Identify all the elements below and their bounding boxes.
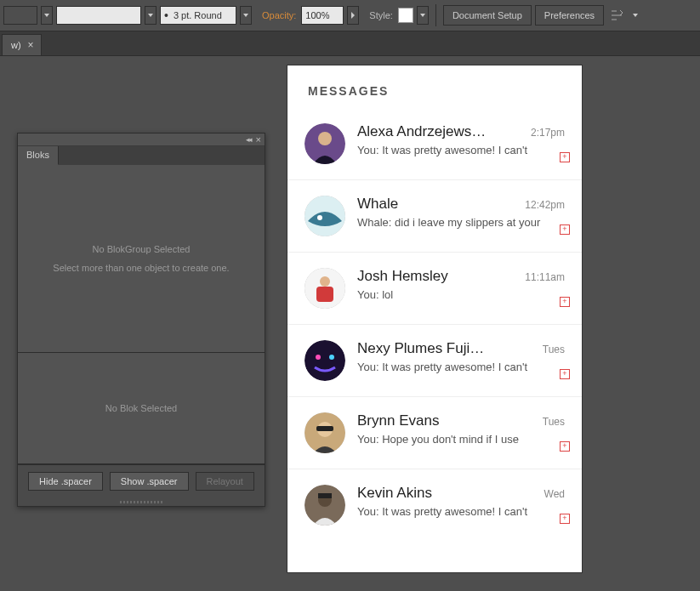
blok-section: No Blok Selected [18, 353, 265, 464]
bloks-panel: ◂◂ × Bloks No BlokGroup Selected Select … [17, 133, 265, 507]
messages-card: MESSAGES Alexa Andrzejews… 2:17pm You: I… [287, 65, 583, 573]
svg-rect-12 [316, 426, 333, 431]
message-time: 2:17pm [531, 127, 565, 139]
message-name: Alexa Andrzejews… [357, 123, 486, 140]
message-time: 11:11am [525, 271, 565, 283]
svg-point-9 [329, 355, 334, 360]
document-tab-strip: w) × [0, 31, 700, 56]
toolbar-divider [435, 4, 436, 26]
svg-point-5 [320, 276, 330, 287]
message-name: Nexy Plumes Fuji… [357, 340, 484, 357]
svg-rect-15 [318, 493, 332, 498]
panel-footer: Hide .spacer Show .spacer Relayout [18, 464, 265, 497]
opacity-label: Opacity: [262, 10, 296, 20]
chevron-down-icon [44, 14, 49, 17]
message-row[interactable]: Nexy Plumes Fuji… Tues You: It was prett… [287, 325, 582, 397]
chevron-down-icon [420, 14, 425, 17]
message-row[interactable]: Brynn Evans Tues You: Hope you don't min… [287, 397, 582, 469]
message-time: Tues [543, 344, 565, 355]
stroke-color-dropdown[interactable] [41, 6, 53, 25]
opacity-dropdown[interactable] [347, 6, 359, 25]
message-name: Whale [357, 196, 398, 213]
messages-title: MESSAGES [287, 84, 582, 108]
plus-icon[interactable]: + [560, 514, 570, 524]
plus-icon[interactable]: + [560, 152, 570, 162]
chevron-down-icon [633, 14, 638, 17]
plus-icon[interactable]: + [560, 224, 570, 235]
message-preview: Whale: did i leave my slippers at your [357, 216, 553, 229]
style-label: Style: [369, 10, 393, 20]
collapse-icon[interactable]: ◂◂ [246, 135, 251, 144]
message-name: Josh Hemsley [357, 268, 448, 285]
stroke-weight-field[interactable] [56, 6, 141, 25]
avatar [304, 485, 345, 526]
document-setup-button[interactable]: Document Setup [443, 5, 532, 26]
message-name: Brynn Evans [357, 412, 439, 429]
document-tab-label: w) [11, 40, 21, 50]
stroke-weight-dropdown[interactable] [145, 6, 157, 25]
plus-icon[interactable]: + [560, 369, 570, 379]
document-tab[interactable]: w) × [2, 34, 42, 55]
message-row[interactable]: Alexa Andrzejews… 2:17pm You: It was pre… [287, 108, 582, 180]
panel-tabs: Bloks [18, 146, 265, 165]
style-dropdown[interactable] [417, 6, 429, 25]
chevron-right-icon [350, 12, 356, 19]
stroke-color-field[interactable] [3, 6, 37, 25]
svg-point-8 [316, 355, 321, 360]
avatar [304, 123, 345, 164]
avatar [304, 340, 345, 381]
message-time: Tues [543, 416, 565, 428]
message-time: Wed [544, 488, 565, 500]
stroke-profile-label: 3 pt. Round [174, 10, 222, 20]
blokgroup-section: No BlokGroup Selected Select more than o… [18, 165, 265, 353]
message-name: Kevin Akins [357, 485, 432, 502]
canvas-area: ◂◂ × Bloks No BlokGroup Selected Select … [0, 56, 700, 591]
avatar [304, 268, 345, 309]
avatar [304, 412, 345, 453]
opacity-field[interactable]: 100% [301, 6, 344, 25]
plus-icon[interactable]: + [560, 441, 570, 452]
blokgroup-empty-title: No BlokGroup Selected [93, 244, 191, 254]
panel-header[interactable]: ◂◂ × [18, 134, 265, 146]
svg-point-7 [304, 340, 345, 381]
chevron-down-icon [243, 14, 248, 17]
avatar [304, 196, 345, 236]
style-swatch[interactable] [398, 8, 413, 23]
app-toolbar: • 3 pt. Round Opacity: 100% Style: Docum… [0, 0, 700, 31]
preferences-button[interactable]: Preferences [535, 5, 604, 26]
message-row[interactable]: Josh Hemsley 11:11am You: lol + [287, 253, 582, 325]
message-row[interactable]: Whale 12:42pm Whale: did i leave my slip… [287, 180, 582, 253]
stroke-profile-field[interactable]: • 3 pt. Round [160, 6, 236, 25]
panel-resize-grip[interactable] [18, 497, 265, 506]
svg-rect-6 [316, 287, 333, 302]
blok-empty-title: No Blok Selected [105, 403, 177, 413]
message-preview: You: It was pretty awesome! I can't [357, 144, 553, 156]
message-preview: You: Hope you don't mind if I use [357, 433, 553, 446]
message-preview: You: It was pretty awesome! I can't [357, 505, 553, 518]
message-time: 12:42pm [525, 199, 565, 211]
svg-point-3 [317, 215, 322, 220]
message-preview: You: lol [357, 288, 553, 301]
align-dropdown[interactable] [629, 6, 641, 25]
relayout-button: Relayout [196, 472, 254, 491]
show-spacer-button[interactable]: Show .spacer [110, 472, 189, 491]
svg-point-1 [318, 132, 332, 145]
stroke-profile-dropdown[interactable] [240, 6, 252, 25]
align-icon[interactable] [607, 6, 626, 25]
plus-icon[interactable]: + [560, 297, 570, 307]
message-row[interactable]: Kevin Akins Wed You: It was pretty aweso… [287, 469, 582, 541]
chevron-down-icon [148, 14, 153, 17]
close-icon[interactable]: × [28, 39, 34, 51]
hide-spacer-button[interactable]: Hide .spacer [28, 472, 103, 491]
panel-body: No BlokGroup Selected Select more than o… [18, 165, 265, 464]
message-preview: You: It was pretty awesome! I can't [357, 361, 553, 373]
panel-tab-bloks[interactable]: Bloks [18, 146, 59, 165]
blokgroup-empty-hint: Select more than one object to create on… [53, 263, 229, 273]
close-icon[interactable]: × [256, 134, 261, 145]
